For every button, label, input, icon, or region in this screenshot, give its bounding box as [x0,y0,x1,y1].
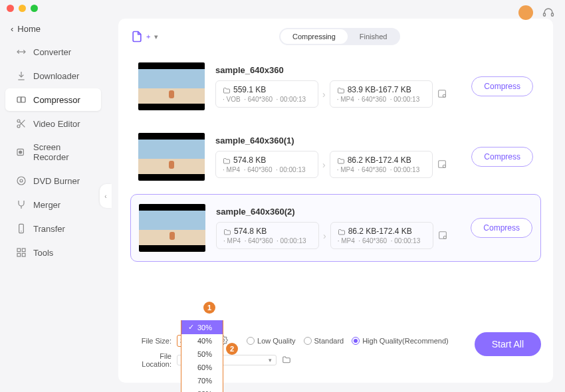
minimize-window-button[interactable] [19,5,26,12]
radio-standard-label: Standard [314,337,344,345]
browse-folder-button[interactable] [282,355,291,365]
svg-point-3 [17,120,20,122]
tab-compressing[interactable]: Compressing [281,29,348,44]
input-info-box: 559.1 KB· VOB · 640*360 · 00:00:13 [215,80,318,108]
file-name: sample_640x360(2) [216,207,460,217]
output-meta: · MP4 · 640*360 · 00:00:13 [337,96,425,103]
sidebar-item-label: DVD Burner [33,176,80,186]
sidebar-item-transfer[interactable]: Transfer [5,217,101,240]
maximize-window-button[interactable] [31,5,38,12]
output-meta: · MP4 · 640*360 · 00:00:13 [337,166,425,173]
sidebar-item-label: Merger [33,200,60,210]
file-settings-button[interactable] [437,159,449,171]
arrow-icon: › [323,231,326,241]
arrow-icon: › [322,89,326,100]
sidebar-item-label: Compressor [33,95,80,105]
chevron-down-icon: ▾ [269,357,272,363]
output-size: 86.2 KB-172.4 KB [348,155,411,165]
merge-icon [16,199,27,210]
thumbnail [138,62,205,110]
sidebar: ‹ Home ConverterDownloaderCompressorVide… [0,0,106,392]
output-info-box: 86.2 KB-172.4 KB· MP4 · 640*360 · 00:00:… [330,222,433,249]
input-meta: · MP4 · 640*360 · 00:00:13 [223,166,311,173]
option-label: 60% [197,363,212,371]
output-info-box: 83.9 KB-167.7 KB· MP4 · 640*360 · 00:00:… [330,80,433,108]
dropdown-option[interactable]: 60% [181,361,223,374]
sidebar-item-merger[interactable]: Merger [5,193,101,216]
file-settings-button[interactable] [437,88,449,100]
sidebar-item-video-editor[interactable]: Video Editor [5,112,101,135]
sidebar-item-dvd-burner[interactable]: DVD Burner [5,169,101,192]
sidebar-item-label: Tools [33,248,53,258]
support-icon[interactable] [541,5,556,20]
window-controls [0,0,45,16]
dropdown-option[interactable]: 50% [181,347,223,361]
file-name: sample_640x360(1) [215,136,461,146]
svg-rect-10 [17,248,21,252]
grid-icon [16,247,27,258]
annotation-badge-2: 2 [226,343,238,355]
radio-low-quality[interactable]: Low Quality [247,337,295,345]
svg-rect-12 [17,253,21,256]
sidebar-item-label: Video Editor [33,119,80,129]
option-label: 40% [197,337,212,345]
option-label: 70% [197,377,212,385]
sidebar-collapse-handle[interactable]: ‹ [100,184,112,208]
sidebar-item-converter[interactable]: Converter [5,41,101,63]
svg-point-7 [17,177,25,185]
input-size: 559.1 KB [233,85,266,94]
check-icon: ✓ [188,323,195,332]
compress-button[interactable]: Compress [471,76,533,96]
svg-point-8 [20,179,23,182]
svg-rect-0 [544,13,546,17]
sidebar-item-label: Downloader [33,71,79,81]
thumbnail [138,133,205,181]
arrow-icon: › [322,159,326,170]
dropdown-option[interactable]: 80% [181,387,223,392]
record-icon [16,147,27,157]
option-label: 30% [197,324,212,332]
sidebar-item-label: Transfer [33,224,65,234]
file-settings-button[interactable] [437,230,449,242]
radio-high-quality[interactable]: High Quality(Recommend) [352,337,449,345]
output-meta: · MP4 · 640*360 · 00:00:13 [338,237,426,245]
sidebar-item-label: Converter [33,47,71,57]
tab-finished[interactable]: Finished [348,29,399,44]
avatar[interactable] [518,5,533,20]
radio-standard[interactable]: Standard [304,337,344,345]
file-card[interactable]: sample_640x360 559.1 KB· VOB · 640*360 ·… [130,53,541,120]
compress-button[interactable]: Compress [471,147,533,167]
swap-icon [16,47,27,57]
file-size-label: File Size: [130,337,171,345]
sidebar-item-tools[interactable]: Tools [5,241,101,264]
annotation-badge-1: 1 [203,302,215,314]
file-card[interactable]: sample_640x360(2) 574.8 KB· MP4 · 640*36… [130,194,541,262]
file-list: sample_640x360 559.1 KB· VOB · 640*360 ·… [130,53,541,328]
header-right [518,5,556,20]
option-label: 50% [197,350,212,358]
thumbnail [139,204,205,252]
svg-point-19 [443,236,446,239]
dropdown-option[interactable]: 70% [181,374,223,387]
close-window-button[interactable] [7,5,14,12]
compress-button[interactable]: Compress [471,218,532,238]
dropdown-option[interactable]: 40% [181,334,223,347]
transfer-icon [16,223,27,234]
svg-point-4 [17,125,20,128]
dropdown-option[interactable]: ✓30% [181,320,223,334]
svg-rect-1 [552,13,554,17]
radio-high-label: High Quality(Recommend) [362,337,449,345]
input-info-box: 574.8 KB· MP4 · 640*360 · 00:00:13 [216,222,319,249]
input-meta: · VOB · 640*360 · 00:00:13 [223,96,311,103]
start-all-button[interactable]: Start All [475,332,541,356]
home-button[interactable]: ‹ Home [0,19,106,39]
sidebar-item-compressor[interactable]: Compressor [5,88,101,111]
compress-icon [16,94,27,105]
file-card[interactable]: sample_640x360(1) 574.8 KB· MP4 · 640*36… [130,124,541,190]
scissors-icon [16,118,27,129]
add-file-button[interactable]: + ▾ [130,30,158,43]
sidebar-item-screen-recorder[interactable]: Screen Recorder [5,136,101,168]
sidebar-item-downloader[interactable]: Downloader [5,64,101,87]
tabs: Compressing Finished [279,28,400,45]
file-location-label: File Location: [130,352,171,368]
